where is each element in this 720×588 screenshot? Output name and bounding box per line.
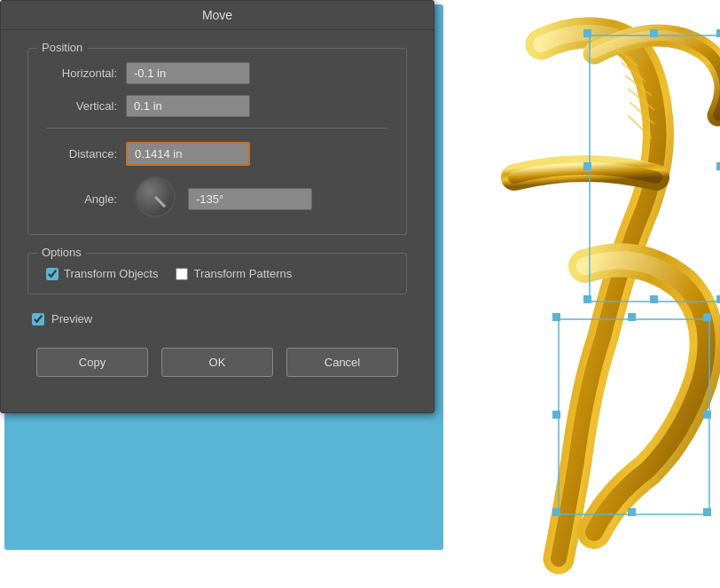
svg-rect-10: [716, 295, 720, 303]
vertical-label: Vertical:: [46, 99, 117, 113]
options-section: Options Transform Objects Transform Patt…: [27, 253, 407, 294]
angle-input[interactable]: [188, 188, 312, 210]
angle-row: Angle:: [46, 176, 388, 221]
horizontal-label: Horizontal:: [46, 67, 117, 80]
copy-button[interactable]: Copy: [36, 348, 148, 377]
transform-objects-checkbox[interactable]: [46, 268, 59, 280]
dialog-body: Position Horizontal: Vertical: Distance:…: [1, 30, 434, 395]
svg-rect-11: [650, 29, 658, 37]
cancel-button[interactable]: Cancel: [286, 348, 398, 377]
button-row: Copy OK Cancel: [27, 348, 407, 377]
transform-patterns-item[interactable]: Transform Patterns: [176, 267, 292, 280]
svg-rect-20: [628, 313, 636, 321]
vertical-row: Vertical:: [46, 95, 388, 117]
angle-dial[interactable]: [135, 176, 176, 217]
transform-patterns-label: Transform Patterns: [193, 267, 292, 280]
dialog-title: Move: [1, 1, 434, 30]
svg-rect-8: [716, 29, 720, 37]
svg-rect-7: [583, 29, 591, 37]
svg-rect-22: [703, 411, 711, 419]
svg-rect-13: [716, 162, 720, 170]
distance-row: Distance:: [46, 142, 388, 166]
options-section-label: Options: [37, 246, 86, 259]
svg-rect-23: [628, 508, 636, 516]
position-section-label: Position: [37, 41, 87, 54]
vertical-input[interactable]: [126, 95, 250, 117]
distance-input[interactable]: [126, 142, 250, 166]
transform-objects-item[interactable]: Transform Objects: [46, 267, 158, 280]
svg-rect-19: [703, 508, 711, 516]
preview-row: Preview: [27, 312, 407, 325]
svg-rect-14: [650, 295, 658, 303]
options-checkbox-row: Transform Objects Transform Patterns: [46, 267, 388, 280]
position-section: Position Horizontal: Vertical: Distance:…: [27, 48, 407, 235]
section-divider: [46, 128, 388, 129]
horizontal-row: Horizontal:: [46, 62, 388, 84]
svg-rect-18: [552, 508, 560, 516]
transform-patterns-checkbox[interactable]: [176, 268, 188, 280]
ok-button[interactable]: OK: [161, 348, 273, 377]
angle-label: Angle:: [46, 192, 117, 206]
horizontal-input[interactable]: [126, 62, 250, 84]
transform-objects-label: Transform Objects: [64, 267, 158, 280]
svg-rect-12: [583, 162, 591, 170]
svg-rect-16: [552, 313, 560, 321]
distance-label: Distance:: [46, 147, 117, 161]
preview-checkbox[interactable]: [32, 313, 44, 325]
angle-dial-container: [135, 176, 179, 221]
preview-label: Preview: [51, 312, 92, 325]
svg-rect-21: [552, 411, 560, 419]
move-dialog: Move Position Horizontal: Vertical: Dist…: [0, 0, 434, 413]
svg-rect-9: [583, 295, 591, 303]
svg-rect-17: [703, 313, 711, 321]
